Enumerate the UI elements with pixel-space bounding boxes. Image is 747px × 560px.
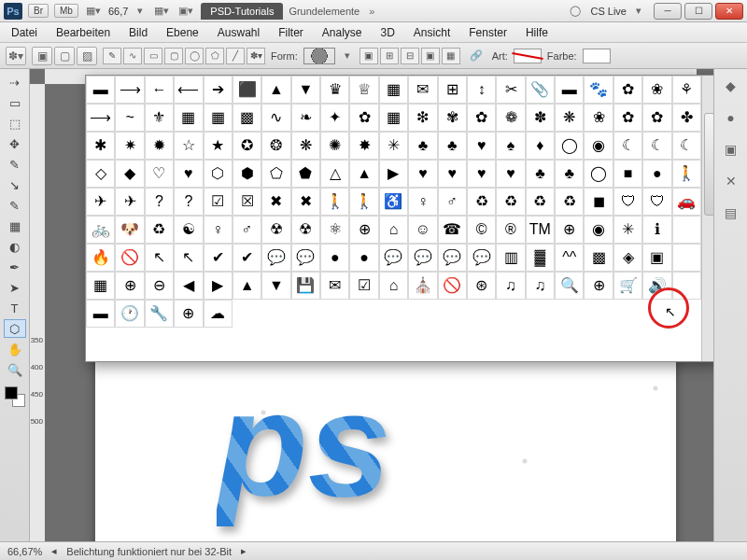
shape-cell[interactable]: ⚜ bbox=[145, 104, 174, 132]
zoom-dropdown-icon[interactable]: ▾ bbox=[134, 5, 147, 17]
shape-cell[interactable]: 💬 bbox=[379, 244, 408, 272]
shape-cell[interactable]: 🐾 bbox=[584, 76, 613, 104]
shape-cell[interactable]: ▲ bbox=[233, 272, 261, 300]
menu-ebene[interactable]: Ebene bbox=[157, 23, 208, 42]
ellipse-shape-icon[interactable]: ◯ bbox=[185, 48, 204, 64]
shape-cell[interactable]: ⌂ bbox=[379, 272, 408, 300]
shape-cell[interactable]: ⊖ bbox=[145, 272, 174, 300]
shape-cell[interactable]: ♕ bbox=[349, 76, 378, 104]
farbe-swatch[interactable] bbox=[583, 49, 611, 63]
shape-cell[interactable]: ∿ bbox=[261, 104, 290, 132]
shape-cell[interactable]: ? bbox=[174, 188, 203, 216]
shape-cell[interactable]: ❇ bbox=[408, 104, 437, 132]
shape-cell[interactable]: 🚗 bbox=[672, 188, 701, 216]
shape-cell[interactable]: ⬟ bbox=[291, 160, 320, 188]
form-swatch[interactable] bbox=[303, 48, 335, 64]
shape-cell[interactable]: 🚶 bbox=[672, 160, 701, 188]
shape-cell[interactable]: ↖ bbox=[174, 244, 203, 272]
shape-cell[interactable]: ➔ bbox=[204, 76, 233, 104]
pathop-exclude-icon[interactable]: ▦ bbox=[442, 48, 460, 64]
tool-brush-icon[interactable]: ✎ bbox=[4, 196, 26, 215]
shape-cell[interactable]: ♣ bbox=[526, 160, 555, 188]
shape-cell[interactable]: ♀ bbox=[408, 188, 437, 216]
menu-datei[interactable]: Datei bbox=[2, 23, 47, 42]
link-icon[interactable]: 🔗 bbox=[466, 49, 486, 62]
tool-shape-icon[interactable]: ⬡ bbox=[4, 319, 26, 338]
shape-cell[interactable]: ♥ bbox=[467, 160, 496, 188]
shape-grid[interactable]: ▬⟶←⟵➔⬛▲▼♛♕▦✉⊞↕✂📎▬🐾✿❀⚘⟶~⚜▦▦▩∿❧✦✿▦❇✾✿❁✽❋❀✿… bbox=[86, 76, 702, 361]
shape-cell[interactable]: ▦ bbox=[379, 104, 408, 132]
bridge-button[interactable]: Br bbox=[28, 4, 49, 18]
shape-cell[interactable]: ▦ bbox=[379, 76, 408, 104]
shape-cell[interactable]: ⌂ bbox=[379, 216, 408, 244]
panel-adjustments-icon[interactable]: ▣ bbox=[721, 140, 741, 159]
shape-cell[interactable]: ✾ bbox=[438, 104, 467, 132]
shape-cell[interactable]: ❂ bbox=[261, 132, 290, 160]
shape-cell[interactable]: ♿ bbox=[379, 188, 408, 216]
shape-cell[interactable]: ✔ bbox=[204, 244, 233, 272]
art-swatch[interactable] bbox=[514, 49, 542, 63]
shape-cell[interactable]: ▲ bbox=[349, 160, 378, 188]
shape-cell[interactable]: ▶ bbox=[204, 272, 233, 300]
shape-cell[interactable]: ■ bbox=[613, 160, 642, 188]
shape-cell[interactable]: ◯ bbox=[555, 132, 584, 160]
shape-cell[interactable]: ✸ bbox=[349, 132, 378, 160]
shape-cell[interactable]: △ bbox=[320, 160, 349, 188]
shape-cell[interactable]: 🔥 bbox=[86, 244, 115, 272]
shape-cell[interactable]: ♻ bbox=[467, 188, 496, 216]
zoom-value[interactable]: 66,7 bbox=[108, 6, 128, 17]
shape-cell[interactable]: ♣ bbox=[438, 132, 467, 160]
foreground-color-icon[interactable] bbox=[5, 386, 18, 399]
status-msg-next-icon[interactable]: ▸ bbox=[241, 545, 247, 557]
shape-cell[interactable]: ◉ bbox=[584, 216, 613, 244]
menu-auswahl[interactable]: Auswahl bbox=[208, 23, 269, 42]
tool-marquee-icon[interactable]: ▭ bbox=[4, 93, 26, 112]
shape-cell[interactable]: ♥ bbox=[408, 160, 437, 188]
shape-cell[interactable]: ✿ bbox=[613, 104, 642, 132]
shape-cell[interactable]: ▓ bbox=[526, 244, 555, 272]
shape-cell[interactable]: 🚶 bbox=[349, 188, 378, 216]
shape-cell[interactable]: ☾ bbox=[672, 132, 701, 160]
workspace-tab[interactable]: PSD-Tutorials bbox=[201, 3, 283, 20]
pathop-new-icon[interactable]: ▣ bbox=[359, 48, 378, 64]
shape-cell[interactable]: ◈ bbox=[613, 244, 642, 272]
shape-cell[interactable]: ✹ bbox=[145, 132, 174, 160]
shape-cell[interactable]: ▩ bbox=[584, 244, 613, 272]
shape-cell[interactable]: ❧ bbox=[291, 104, 320, 132]
pathop-intersect-icon[interactable]: ▣ bbox=[421, 48, 440, 64]
shape-cell[interactable]: ✔ bbox=[233, 244, 261, 272]
shape-cell[interactable]: ▬ bbox=[86, 300, 115, 328]
shape-cell[interactable]: ♦ bbox=[526, 132, 555, 160]
shape-cell[interactable]: ♻ bbox=[145, 216, 174, 244]
shape-cell[interactable] bbox=[672, 272, 701, 300]
arrange-docs-icon[interactable]: ▦▾ bbox=[152, 4, 171, 19]
shape-cell[interactable]: ⚛ bbox=[320, 216, 349, 244]
foreground-background-colors[interactable] bbox=[5, 386, 25, 407]
shape-cell[interactable]: ▦ bbox=[86, 272, 115, 300]
shape-cell[interactable] bbox=[672, 244, 701, 272]
mode-fill-icon[interactable]: ▨ bbox=[77, 47, 97, 65]
shape-cell[interactable]: ♫ bbox=[496, 272, 525, 300]
form-dropdown-icon[interactable]: ▾ bbox=[341, 49, 354, 62]
tool-eyedropper-icon[interactable]: ✎ bbox=[4, 155, 26, 174]
shape-cell[interactable]: ◇ bbox=[86, 160, 115, 188]
shape-cell[interactable]: ✿ bbox=[613, 76, 642, 104]
status-msg-prev-icon[interactable]: ◂ bbox=[51, 545, 57, 557]
shape-cell[interactable]: ⬡ bbox=[204, 160, 233, 188]
close-button[interactable]: ✕ bbox=[715, 3, 743, 20]
tool-pen-icon[interactable]: ✒ bbox=[4, 258, 26, 276]
menu-3d[interactable]: 3D bbox=[372, 23, 404, 42]
shape-cell[interactable]: ^^ bbox=[555, 244, 584, 272]
shape-cell[interactable]: ✳ bbox=[613, 216, 642, 244]
shape-cell[interactable]: 🛡 bbox=[642, 188, 671, 216]
pathop-add-icon[interactable]: ⊞ bbox=[380, 48, 399, 64]
tool-move-icon[interactable]: ⇢ bbox=[4, 73, 26, 91]
shape-cell[interactable]: ℹ bbox=[642, 216, 671, 244]
shape-cell[interactable]: ⊕ bbox=[349, 216, 378, 244]
shape-cell[interactable]: ◆ bbox=[115, 160, 144, 188]
mode-shape-icon[interactable]: ▣ bbox=[32, 47, 52, 65]
shape-cell[interactable]: 💬 bbox=[261, 244, 290, 272]
shape-cell[interactable]: ☾ bbox=[642, 132, 671, 160]
shape-cell[interactable]: ● bbox=[320, 244, 349, 272]
shape-cell[interactable]: ♻ bbox=[555, 188, 584, 216]
